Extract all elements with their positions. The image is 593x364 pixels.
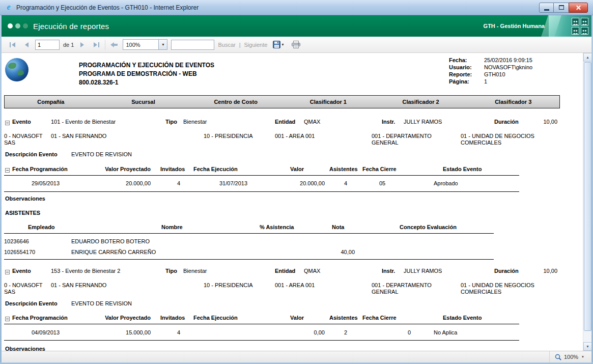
org-clasificador3: 01 - UNIDAD DE NEGOCIOS COMERCIALES xyxy=(461,133,546,146)
window-controls xyxy=(539,3,588,13)
schedule-col-header: Asistentes xyxy=(329,315,358,321)
asistentes-col-header: Nombre xyxy=(161,224,183,231)
fecha-cierre: 0 xyxy=(379,329,411,336)
asistente-row: 1026554170 ENRIQUE CARREÑO CARREÑO 40,00 xyxy=(2,249,583,260)
title-bar[interactable]: e Programación y Ejecución de Eventos - … xyxy=(0,0,593,15)
observaciones-label: Observaciones xyxy=(5,195,45,202)
meta-reporte-value: GTH010 xyxy=(484,71,505,78)
zoom-value-label: 100% xyxy=(123,40,158,49)
duracion-label: Duración xyxy=(494,268,519,274)
descripcion-label: Descripción Evento xyxy=(5,151,58,158)
toolbar-divider xyxy=(105,40,105,50)
valor: 20.000,00 xyxy=(274,180,325,187)
invitados: 4 xyxy=(177,329,180,336)
schedule-header-row: Fecha Programación Valor Proyectado Invi… xyxy=(2,315,583,324)
collapse-toggle-icon[interactable] xyxy=(5,268,10,275)
schedule-col-header: Estado Evento xyxy=(443,315,482,321)
status-zoom-control[interactable]: 100% ▼ xyxy=(549,351,591,362)
page-number-input[interactable] xyxy=(35,40,60,50)
first-page-button[interactable] xyxy=(8,40,18,50)
minimize-icon xyxy=(544,9,549,11)
scroll-down-button[interactable]: ▼ xyxy=(583,342,592,351)
vertical-scrollbar[interactable]: ▲ ▼ xyxy=(583,53,591,351)
magnifier-icon xyxy=(555,354,561,360)
duracion-value: 10,00 xyxy=(526,268,557,274)
close-button[interactable] xyxy=(569,3,588,13)
schedule-data-row: 04/09/2013 15.000,00 4 0,00 2 0 No Aplic… xyxy=(2,329,583,341)
maximize-button[interactable] xyxy=(554,3,569,13)
duracion-value: 10,00 xyxy=(526,119,557,125)
fecha-programacion: 29/05/2013 xyxy=(32,180,60,187)
find-link[interactable]: Buscar xyxy=(218,42,235,48)
export-button[interactable]: ▼ xyxy=(271,40,286,50)
org-clasificador2: 001 - DEPARTAMENTO GENERAL xyxy=(372,282,448,295)
print-button[interactable] xyxy=(290,40,302,50)
chevron-down-icon[interactable]: ▼ xyxy=(158,40,167,49)
entidad-label: Entidad xyxy=(275,268,295,274)
column-header: Clasificador 3 xyxy=(467,96,559,108)
descripcion-row: Descripción Evento EVENTO DE REVISION xyxy=(2,300,583,309)
column-header: Centro de Costo xyxy=(189,96,282,108)
ie-window: e Programación y Ejecución de Eventos - … xyxy=(0,0,593,364)
schedule-col-header: Fecha Cierre xyxy=(362,166,397,173)
find-next-link[interactable]: Siguiente xyxy=(244,42,268,48)
find-text-input[interactable] xyxy=(171,40,214,50)
minimize-button[interactable] xyxy=(539,3,554,13)
asistentes-col-header: Empleado xyxy=(28,224,55,231)
zoom-select[interactable]: 100% ▼ xyxy=(123,39,167,50)
gth-corner-image xyxy=(549,15,591,37)
org-clasificador2: 001 - DEPARTAMENTO GENERAL xyxy=(372,133,448,146)
descripcion-value: EVENTO DE REVISION xyxy=(71,300,132,307)
duracion-label: Duración xyxy=(494,119,519,125)
tipo-value: Bienestar xyxy=(183,268,207,274)
asistentes-count: 2 xyxy=(344,329,347,336)
column-header: Compañía xyxy=(5,96,97,108)
observaciones-row: Observaciones xyxy=(2,346,583,351)
schedule-col-header: Invitados xyxy=(160,166,185,173)
printer-icon xyxy=(292,41,300,48)
schedule-col-header: Fecha Programación xyxy=(12,315,68,321)
collapse-toggle-icon[interactable] xyxy=(5,166,10,173)
schedule-col-header: Valor Proyectado xyxy=(100,315,151,321)
collapse-toggle-icon[interactable] xyxy=(5,315,10,322)
company-globe-logo xyxy=(5,58,29,81)
page-title: Ejecución de reportes xyxy=(33,22,109,31)
next-page-button[interactable] xyxy=(77,40,88,50)
module-brand-label: GTH - Gestión Humana xyxy=(484,23,549,29)
meta-usuario-label: Usuario: xyxy=(449,64,472,71)
collapse-toggle-icon[interactable] xyxy=(5,119,10,126)
asistentes-count: 4 xyxy=(344,180,347,187)
asistentes-col-header: % Asistencia xyxy=(260,224,294,231)
scrollbar-thumb[interactable] xyxy=(584,62,591,331)
event-summary-row: Evento 101 - Evento de Bienestar Tipo Bi… xyxy=(2,119,583,127)
last-page-button[interactable] xyxy=(91,40,101,50)
org-clasificador3: 01 - UNIDAD DE NEGOCIOS COMERCIALES xyxy=(461,282,546,295)
schedule-col-header: Valor xyxy=(281,315,304,321)
scroll-up-button[interactable]: ▲ xyxy=(583,53,592,62)
tipo-label: Tipo xyxy=(165,119,177,125)
org-columns-header: Compañía Sucursal Centro de Costo Clasif… xyxy=(4,95,560,108)
descripcion-row: Descripción Evento EVENTO DE REVISION xyxy=(2,151,583,159)
fecha-programacion: 04/09/2013 xyxy=(32,329,60,336)
ie-logo-icon: e xyxy=(4,3,13,12)
org-compania: 0 - NOVASOFT SAS xyxy=(4,282,49,295)
novasoft-dots-logo xyxy=(8,23,28,29)
window-border xyxy=(0,15,2,364)
invitados: 4 xyxy=(177,180,180,187)
empleado-nombre: EDUARDO BOTERO BOTERO xyxy=(71,238,150,245)
fecha-cierre: 05 xyxy=(379,180,385,187)
estado-evento: Aprobado xyxy=(434,180,458,187)
meta-reporte-label: Reporte: xyxy=(449,71,472,78)
previous-page-button[interactable] xyxy=(21,40,32,50)
entidad-label: Entidad xyxy=(275,119,295,125)
column-header: Clasificador 2 xyxy=(375,96,467,108)
schedule-col-header: Valor xyxy=(281,166,304,173)
close-icon xyxy=(576,5,581,10)
asistentes-header-row: Empleado Nombre % Asistencia Nota Concep… xyxy=(2,224,583,234)
report-subtitle: PROGRAMA DE DEMOSTRACIÓN - WEB xyxy=(79,70,214,78)
save-export-icon xyxy=(273,41,280,48)
asistente-row: 10236646 EDUARDO BOTERO BOTERO xyxy=(2,238,583,246)
asistentes-col-header: Concepto Evaluación xyxy=(400,224,457,231)
app-header: Ejecución de reportes GTH - Gestión Huma… xyxy=(2,15,591,37)
back-to-parent-report-button[interactable] xyxy=(109,40,119,50)
